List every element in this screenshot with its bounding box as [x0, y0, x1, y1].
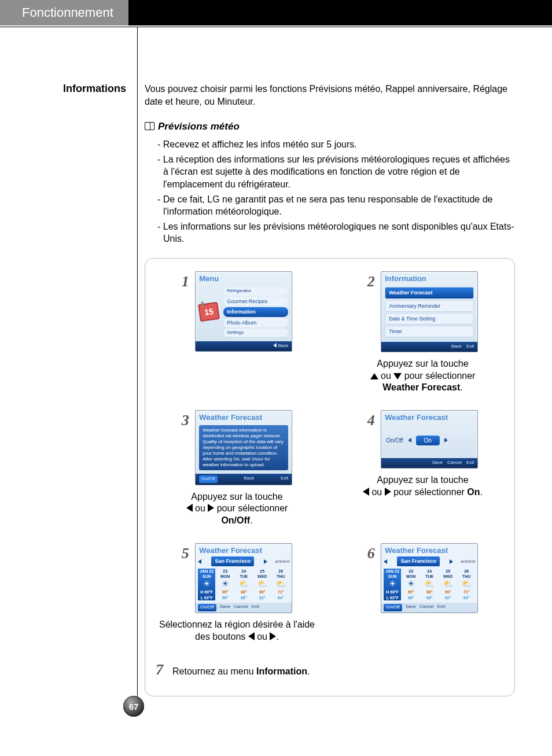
- caption-text: ou: [193, 503, 208, 513]
- day-date: JAN 22: [198, 569, 215, 574]
- footer-button: Exit: [466, 460, 474, 466]
- right-triangle-icon: [385, 488, 391, 496]
- left-triangle-icon: [248, 632, 255, 640]
- day-name: THU: [272, 574, 289, 579]
- header-rule: [0, 27, 552, 27]
- day-date: 24: [421, 569, 438, 574]
- subsection: Prévisions météo Recevez et affichez les…: [145, 120, 515, 245]
- on-value: On: [416, 436, 440, 446]
- caption-bold: On/Off: [221, 515, 250, 525]
- temp-lo: 60°: [421, 595, 438, 600]
- temp-hi: H 68°F: [198, 589, 215, 595]
- temp-lo: 62°: [253, 595, 271, 600]
- subsection-title: Prévisions météo: [145, 120, 515, 134]
- forecast-day: 25WED⛅69°62°: [439, 569, 457, 601]
- temp-hi: H 68°F: [384, 589, 401, 595]
- menu-list: Refrigerator Gourmet Recipes Information…: [223, 286, 288, 338]
- right-triangle-icon: [270, 632, 276, 640]
- step-caption: Appuyez sur la touche ou pour sélectionn…: [341, 474, 504, 499]
- book-icon: [145, 122, 154, 130]
- brand-label: ambient: [275, 559, 289, 564]
- period: .: [250, 515, 252, 525]
- info-item-selected: Weather Forecast: [385, 287, 474, 298]
- info-item: Timer: [385, 326, 474, 337]
- screen-footer: On/Off Save Cancel Exit: [196, 603, 292, 613]
- left-small-icon: [408, 438, 411, 442]
- step-number: 5: [182, 543, 189, 563]
- right-small-icon: [264, 559, 267, 564]
- calendar-icon: 15: [198, 302, 220, 322]
- screen-title: Weather Forecast: [196, 544, 292, 556]
- menu-item: Refrigerator: [223, 287, 288, 296]
- temp-hi: 68°: [421, 589, 438, 595]
- day-date: JAN 22: [384, 569, 401, 574]
- period: .: [460, 382, 462, 392]
- caption-text: Appuyez sur la touche: [377, 359, 468, 368]
- period: .: [276, 632, 278, 641]
- footer-button: Back: [451, 344, 462, 350]
- left-triangle-icon: [363, 488, 369, 496]
- cloud-icon: ⛅: [424, 580, 435, 589]
- temp-lo: 64°: [272, 595, 289, 600]
- bullet-item: Les informations sur les prévisions mété…: [157, 220, 515, 245]
- back-triangle-icon: [273, 343, 277, 348]
- bullet-item: Recevez et affichez les infos météo sur …: [157, 138, 515, 151]
- right-triangle-icon: [208, 504, 214, 512]
- caption-text: ou: [369, 487, 385, 497]
- screen-information: Information Weather Forecast Anniversary…: [381, 271, 478, 352]
- step-number: 4: [367, 410, 375, 430]
- left-triangle-icon: [186, 504, 193, 512]
- back-button-label: ◀ BackBack: [273, 343, 288, 349]
- caption-bold: Information: [256, 666, 307, 676]
- day-name: WED: [439, 574, 457, 579]
- temp-lo: 62°: [439, 595, 457, 600]
- footer-button: Back: [244, 475, 254, 483]
- footer-button: Save: [406, 604, 416, 611]
- temp-lo: L 63°F: [198, 595, 215, 600]
- right-small-icon: [444, 438, 448, 442]
- menu-item: Gourmet Recipes: [223, 297, 288, 306]
- intro-text: Vous pouvez choisir parmi les fonctions …: [145, 83, 515, 108]
- step-number: 1: [182, 271, 189, 292]
- footer-button: Cancel: [234, 604, 248, 611]
- caption-bold: On: [467, 487, 480, 497]
- day-date: 25: [439, 569, 457, 574]
- bullet-list: Recevez et affichez les infos météo sur …: [145, 138, 515, 245]
- side-heading: Informations: [57, 83, 126, 95]
- day-date: 23: [402, 569, 419, 574]
- screen-forecast-5: Weather Forecast San Francisco ambient J…: [195, 543, 292, 613]
- day-date: 26: [458, 569, 475, 574]
- forecast-day: 26THU⛅71°64°: [272, 569, 289, 601]
- step-number: 7: [156, 659, 163, 680]
- screen-footer: Back Exit: [381, 342, 477, 352]
- right-small-icon: [450, 559, 453, 564]
- forecast-day: JAN 22SUN☀H 68°FL 63°F: [384, 569, 401, 601]
- temp-lo: 64°: [458, 595, 475, 600]
- temp-hi: 71°: [458, 589, 475, 595]
- brand-label: ambient: [461, 559, 475, 564]
- city-label: San Francisco: [397, 556, 440, 566]
- caption-bold: Weather Forecast: [382, 382, 460, 392]
- onoff-label: On/Off: [386, 437, 403, 445]
- screen-footer: On/Off Back Exit: [196, 474, 292, 485]
- temp-hi: 71°: [272, 589, 289, 595]
- day-name: WED: [253, 574, 271, 579]
- caption-text: Sélectionnez la région désirée à l'aide …: [159, 619, 315, 641]
- step-number: 3: [182, 410, 189, 430]
- footer-button: Save: [220, 604, 230, 611]
- step-1: 1 Menu 15 Refrigerator Gourmet Recipes I…: [156, 271, 318, 352]
- info-item: Anniversary Reminder: [385, 300, 474, 312]
- temp-hi: 65°: [402, 589, 419, 595]
- info-box: Weather forecast information is distribu…: [199, 425, 288, 470]
- temp-hi: 65°: [216, 589, 234, 595]
- temp-lo: 60°: [216, 595, 234, 600]
- step-3: 3 Weather Forecast Weather forecast info…: [156, 410, 318, 527]
- cloud-icon: ⛅: [461, 580, 472, 589]
- steps-panel: 1 Menu 15 Refrigerator Gourmet Recipes I…: [145, 258, 515, 696]
- temp-lo: L 63°F: [384, 595, 401, 600]
- up-triangle-icon: [370, 373, 378, 379]
- step-row: 3 Weather Forecast Weather forecast info…: [156, 410, 504, 527]
- page-number-badge: 67: [123, 696, 144, 717]
- step-row: 1 Menu 15 Refrigerator Gourmet Recipes I…: [156, 271, 504, 394]
- forecast-grid: JAN 22SUN☀H 68°FL 63°F 23MON☀65°60° 24TU…: [381, 567, 477, 603]
